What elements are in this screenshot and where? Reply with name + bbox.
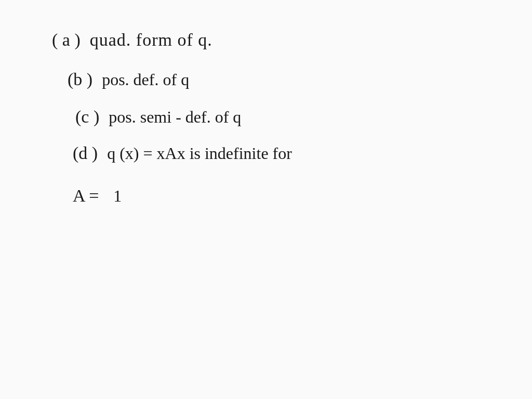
label-a: ( a )	[52, 31, 81, 49]
content-e: 1	[113, 188, 122, 204]
content-b: pos. def. of q	[102, 71, 189, 88]
label-c: (c )	[75, 108, 99, 126]
line-b: (b ) pos. def. of q	[68, 71, 490, 88]
line-e: A = 1	[73, 187, 490, 205]
label-e: A =	[73, 187, 99, 205]
label-d: (d )	[73, 144, 98, 162]
line-d: (d ) q (x) = xAx is indefinite for	[73, 144, 490, 162]
content-a: quad. form of q.	[90, 31, 212, 49]
page-content: ( a ) quad. form of q. (b ) pos. def. of…	[0, 0, 532, 399]
content-d: q (x) = xAx is indefinite for	[107, 145, 292, 162]
line-c: (c ) pos. semi - def. of q	[75, 108, 490, 126]
label-b: (b )	[68, 71, 92, 88]
content-c: pos. semi - def. of q	[109, 109, 241, 125]
line-a: ( a ) quad. form of q.	[52, 31, 490, 49]
